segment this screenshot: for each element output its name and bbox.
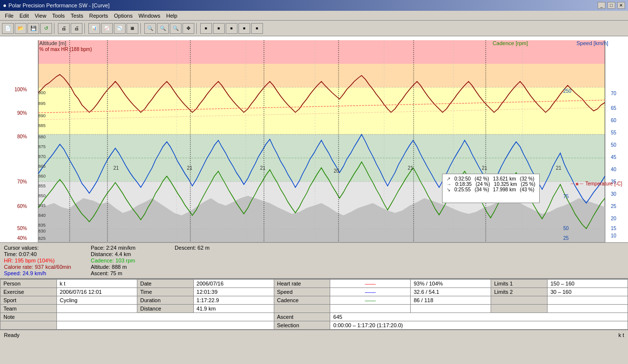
- heartrate-label: Heart rate: [274, 280, 330, 288]
- person-label: Person: [0, 280, 57, 288]
- svg-text:250: 250: [563, 88, 572, 94]
- stats-pct-1: (42 %): [474, 176, 489, 182]
- empty-label-2: [274, 305, 330, 313]
- tb-zoom-out[interactable]: 🔍: [157, 23, 169, 34]
- tb-chart4[interactable]: ▦: [127, 23, 138, 34]
- menu-file[interactable]: File: [2, 12, 17, 19]
- tb-sep2: [84, 23, 86, 34]
- empty-label-1: [491, 296, 548, 305]
- menu-tools[interactable]: Tools: [49, 12, 68, 19]
- menu-reports[interactable]: Reports: [86, 12, 111, 19]
- status-bar: Ready k t: [0, 330, 628, 339]
- tb-data2[interactable]: ■: [213, 23, 225, 34]
- ascent-label-2: Ascent: [274, 313, 330, 321]
- tb-zoom-in[interactable]: 🔍: [144, 23, 156, 34]
- stats-icon-3: ↘: [446, 187, 450, 192]
- speed-value-2: 32.6 / 54.1: [411, 288, 491, 296]
- tb-chart3[interactable]: 📉: [114, 23, 126, 34]
- outer-min-button[interactable]: _: [598, 2, 605, 9]
- tb-data3[interactable]: ■: [226, 23, 237, 34]
- svg-text:20: 20: [611, 216, 617, 221]
- menu-help[interactable]: Help: [163, 12, 181, 19]
- pace-row: Pace: 2:24 min/km: [91, 245, 135, 251]
- svg-text:865: 865: [38, 164, 46, 169]
- app-icon: ●: [3, 2, 6, 9]
- svg-text:Cadence [rpm]: Cadence [rpm]: [493, 40, 528, 46]
- tb-refresh[interactable]: ↺: [40, 23, 52, 34]
- speed-indicator: ——: [330, 288, 411, 296]
- table-row-4: Team Distance 41.9 km: [0, 305, 628, 313]
- svg-text:830: 830: [38, 229, 46, 234]
- svg-text:25: 25: [563, 235, 569, 241]
- cadence-value-2: 86 / 118: [411, 296, 491, 305]
- menu-windows[interactable]: Windows: [135, 12, 163, 19]
- svg-text:21: 21: [408, 165, 414, 171]
- date-value: 2006/07/16: [193, 280, 274, 288]
- stats-time-3: 0:25:55: [454, 187, 471, 192]
- tb-print2[interactable]: 🖨: [71, 23, 82, 34]
- tb-data1[interactable]: ■: [200, 23, 212, 34]
- svg-text:40: 40: [611, 167, 617, 172]
- svg-text:90%: 90%: [17, 110, 27, 116]
- tb-chart2[interactable]: 📈: [101, 23, 113, 34]
- svg-text:21: 21: [556, 165, 562, 171]
- tb-open[interactable]: 📂: [15, 23, 26, 34]
- svg-text:40%: 40%: [17, 235, 27, 241]
- svg-text:60: 60: [611, 118, 617, 123]
- empty-label-3: [491, 305, 548, 313]
- menu-tests[interactable]: Tests: [68, 12, 86, 19]
- tb-sep3: [140, 23, 142, 34]
- tb-move[interactable]: ✥: [183, 23, 194, 34]
- ascent-row: Ascent: 75 m: [91, 270, 135, 276]
- table-row-6: Selection 0:00:00 – 1:17:20 (1:17:20.0): [0, 321, 628, 330]
- person-value: k t: [56, 280, 137, 288]
- tb-print[interactable]: 🖨: [58, 23, 70, 34]
- empty-label-4: [0, 321, 57, 330]
- svg-text:870: 870: [38, 154, 46, 159]
- svg-text:21: 21: [187, 165, 193, 171]
- cursor-info: Cursor values: Time: 0:07:40 HR: 195 bpm…: [4, 245, 71, 276]
- title-bar-controls: _ □ ✕: [598, 2, 625, 9]
- altitude-row: Altitude: 888 m: [91, 264, 135, 270]
- menu-edit[interactable]: Edit: [17, 12, 32, 19]
- outer-max-button[interactable]: □: [607, 2, 615, 9]
- svg-text:50%: 50%: [17, 226, 27, 231]
- selection-label: Selection: [274, 321, 330, 330]
- chart-svg[interactable]: 1 2 3 4 5 6 21 21 21 20 21 21 21 93 % 70…: [0, 36, 628, 242]
- tb-new[interactable]: 📄: [2, 23, 14, 34]
- svg-text:890: 890: [38, 113, 46, 118]
- svg-text:Altitude [m]: Altitude [m]: [39, 40, 66, 46]
- outer-close-button[interactable]: ✕: [617, 2, 625, 9]
- stats-icon-1: ↗: [446, 176, 450, 182]
- chart-container: 1 2 3 4 5 6 21 21 21 20 21 21 21 93 % 70…: [0, 36, 628, 242]
- stats-time-1: 0:32:50: [454, 176, 471, 182]
- date-label: Date: [137, 280, 193, 288]
- duration-label: Duration: [137, 296, 193, 305]
- svg-text:Speed [km/h]: Speed [km/h]: [576, 40, 608, 46]
- tb-zoom3[interactable]: 🔍: [170, 23, 182, 34]
- tb-data4[interactable]: ■: [238, 23, 250, 34]
- window-title: Polar Precision Performance SW - [Curve]: [8, 2, 109, 8]
- tb-save[interactable]: 💾: [27, 23, 39, 34]
- note-value: [56, 313, 274, 321]
- menu-bar: File Edit View Tools Tests Reports Optio…: [0, 11, 628, 21]
- exercise-value: 2006/07/16 12:01: [56, 288, 137, 296]
- stats-time-2: 0:18:35: [455, 182, 471, 187]
- empty-value-4: [548, 305, 628, 313]
- data-table: Person k t Date 2006/07/16 Heart rate ——…: [0, 278, 628, 330]
- svg-text:835: 835: [38, 223, 46, 228]
- svg-text:50: 50: [563, 226, 569, 231]
- svg-text:25: 25: [611, 204, 617, 209]
- empty-value-2: [330, 305, 411, 313]
- title-bar: ● Polar Precision Performance SW - [Curv…: [0, 0, 628, 11]
- tb-data5[interactable]: ■: [251, 23, 263, 34]
- svg-text:900: 900: [38, 90, 46, 95]
- selection-value: 0:00:00 – 1:17:20 (1:17:20.0): [330, 321, 628, 330]
- menu-options[interactable]: Options: [111, 12, 135, 19]
- table-row-5: Note Ascent 645: [0, 313, 628, 321]
- table-row-2: Exercise 2006/07/16 12:01 Time 12:01:39 …: [0, 288, 628, 296]
- tb-chart1[interactable]: 📊: [88, 23, 100, 34]
- menu-view[interactable]: View: [32, 12, 50, 19]
- status-text: Ready: [4, 332, 20, 338]
- limits2-label: Limits 2: [491, 288, 548, 296]
